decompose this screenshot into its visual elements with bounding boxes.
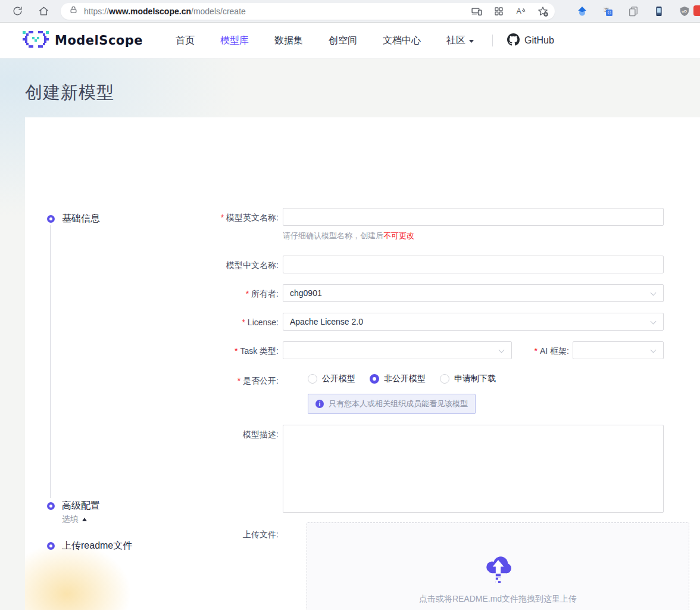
en-name-hint: 请仔细确认模型名称，创建后不可更改 <box>283 231 414 241</box>
model-cn-name-input[interactable] <box>283 256 664 273</box>
main-nav: 首页 模型库 数据集 创空间 文档中心 社区 GitHub <box>176 33 580 48</box>
field-label-owner: *所有者: <box>246 288 279 300</box>
browser-window: https://www.modelscope.cn/models/create … <box>0 0 700 610</box>
visibility-radio-group: 公开模型 非公开模型 申请制下载 <box>308 374 510 384</box>
github-icon <box>507 33 520 48</box>
model-description-textarea[interactable] <box>283 425 664 513</box>
nav-item-models[interactable]: 模型库 <box>220 35 249 47</box>
field-label-visibility: *是否公开: <box>238 375 279 387</box>
github-link[interactable]: GitHub <box>507 33 554 48</box>
svg-text:A: A <box>517 7 522 15</box>
site-header: ModelScope 首页 模型库 数据集 创空间 文档中心 社区 GitHub <box>0 23 700 58</box>
translate-extension-icon[interactable]: 文G <box>601 5 614 18</box>
chevron-down-icon <box>499 347 505 353</box>
license-select[interactable]: Apache License 2.0 <box>283 313 664 331</box>
radio-checked-icon <box>370 374 379 384</box>
clipped-extension-icon[interactable] <box>693 5 700 16</box>
address-bar[interactable]: https://www.modelscope.cn/models/create … <box>61 3 555 20</box>
field-label-license: *License: <box>242 316 279 328</box>
field-label-description: 模型描述: <box>243 428 279 440</box>
readme-dropzone[interactable]: 点击或将README.md文件拖拽到这里上传 <box>307 522 689 610</box>
task-type-select[interactable] <box>283 341 512 359</box>
ai-framework-select[interactable] <box>573 341 664 359</box>
lock-icon <box>69 5 78 17</box>
page-title: 创建新模型 <box>25 81 114 105</box>
step-dot-advanced <box>47 502 55 510</box>
page-content: 创建新模型 基础信息 高级配置 选填 上传readme文件 *模型英文名称: 请… <box>0 58 700 610</box>
step-label-readme[interactable]: 上传readme文件 <box>62 540 132 552</box>
chevron-down-icon <box>651 290 657 296</box>
refresh-icon[interactable] <box>11 5 24 18</box>
chevron-down-icon <box>651 347 657 353</box>
favorite-star-icon[interactable] <box>537 5 549 17</box>
nav-item-datasets[interactable]: 数据集 <box>274 35 303 47</box>
github-label: GitHub <box>524 35 554 46</box>
field-label-en-name: *模型英文名称: <box>221 211 279 223</box>
apps-grid-icon[interactable] <box>493 5 505 17</box>
radio-circle-icon <box>308 374 317 384</box>
info-icon: i <box>315 400 324 408</box>
nav-item-home[interactable]: 首页 <box>176 35 195 47</box>
step-label-basic-info[interactable]: 基础信息 <box>62 213 100 225</box>
field-label-cn-name: 模型中文名称: <box>226 259 279 271</box>
copy-pages-extension-icon[interactable] <box>627 5 640 18</box>
step-label-advanced[interactable]: 高级配置 <box>62 500 100 512</box>
chevron-down-icon <box>651 319 657 325</box>
form-card: 基础信息 高级配置 选填 上传readme文件 *模型英文名称: 请仔细确认模型… <box>25 117 700 610</box>
dropzone-text: 点击或将README.md文件拖拽到这里上传 <box>419 594 577 605</box>
read-aloud-icon[interactable]: A <box>515 5 527 17</box>
url-text[interactable]: https://www.modelscope.cn/models/create <box>84 7 246 16</box>
field-label-task: *Task 类型: <box>235 345 279 357</box>
field-label-framework: *AI 框架: <box>535 345 569 357</box>
cloud-upload-icon <box>483 555 513 586</box>
radio-public-model[interactable]: 公开模型 <box>308 374 355 384</box>
svg-text:G: G <box>608 10 611 15</box>
visibility-info-box: i 只有您本人或相关组织成员能看见该模型 <box>308 394 476 414</box>
nav-item-studios[interactable]: 创空间 <box>329 35 357 47</box>
modelscope-logo[interactable]: ModelScope <box>23 31 143 50</box>
send-to-devices-icon[interactable] <box>471 5 483 17</box>
adblock-shield-icon[interactable]: uO <box>678 5 691 18</box>
nav-divider <box>492 35 493 46</box>
owner-select[interactable]: chg0901 <box>283 284 664 302</box>
stepper-line <box>50 225 51 498</box>
nav-item-docs[interactable]: 文档中心 <box>383 35 421 47</box>
nav-item-community[interactable]: 社区 <box>446 35 474 47</box>
step-advanced-toggle[interactable]: 选填 <box>62 514 87 525</box>
model-en-name-input[interactable] <box>283 208 664 226</box>
visibility-info-text: 只有您本人或相关组织成员能看见该模型 <box>329 399 468 409</box>
extensions-row: 文G uO <box>563 5 691 18</box>
collapse-arrow-icon <box>82 518 87 521</box>
radio-circle-icon <box>440 374 449 384</box>
browser-toolbar: https://www.modelscope.cn/models/create … <box>0 0 700 23</box>
step-dot-basic-info <box>47 215 55 223</box>
field-label-upload: 上传文件: <box>243 528 279 540</box>
svg-text:uO: uO <box>682 9 687 13</box>
radio-request-download[interactable]: 申请制下载 <box>440 374 496 384</box>
step-dot-readme <box>47 542 55 550</box>
modelscope-logo-icon <box>23 31 49 50</box>
diamond-extension-icon[interactable] <box>576 5 589 18</box>
radio-private-model[interactable]: 非公开模型 <box>370 374 426 384</box>
brand-text: ModelScope <box>55 33 143 48</box>
home-icon[interactable] <box>37 5 50 18</box>
caret-down-icon <box>469 40 474 43</box>
reader-extension-icon[interactable] <box>652 5 665 18</box>
